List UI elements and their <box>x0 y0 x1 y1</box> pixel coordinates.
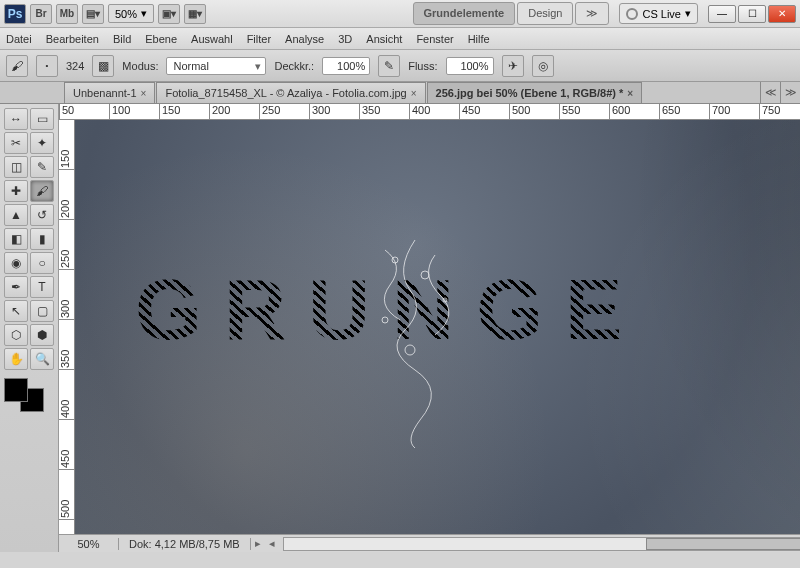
menu-analyse[interactable]: Analyse <box>285 33 324 45</box>
ruler-horizontal[interactable]: 5010015020025030035040045050055060065070… <box>59 104 800 120</box>
arrange-icon[interactable]: ▦▾ <box>184 4 206 24</box>
tool-preset-icon[interactable]: 🖌 <box>6 55 28 77</box>
maximize-button[interactable]: ☐ <box>738 5 766 23</box>
status-zoom[interactable]: 50% <box>59 538 119 550</box>
close-button[interactable]: ✕ <box>768 5 796 23</box>
menu-bearbeiten[interactable]: Bearbeiten <box>46 33 99 45</box>
3d-tool[interactable]: ⬡ <box>4 324 28 346</box>
zoom-dropdown[interactable]: 50%▾ <box>108 4 154 23</box>
modus-label: Modus: <box>122 60 158 72</box>
menu-hilfe[interactable]: Hilfe <box>468 33 490 45</box>
pressure-opacity-icon[interactable]: ✎ <box>378 55 400 77</box>
doc-tab-2[interactable]: 256.jpg bei 50% (Ebene 1, RGB/8#) *× <box>427 82 643 103</box>
pen-tool[interactable]: ✒ <box>4 276 28 298</box>
close-icon[interactable]: × <box>141 88 147 99</box>
tab-prev[interactable]: ≪ <box>760 82 780 103</box>
color-swatch[interactable] <box>4 378 44 412</box>
scrollbar-horizontal[interactable] <box>283 537 800 551</box>
cslive-button[interactable]: CS Live▾ <box>619 3 698 24</box>
menu-ansicht[interactable]: Ansicht <box>366 33 402 45</box>
menu-auswahl[interactable]: Auswahl <box>191 33 233 45</box>
3d-cam-tool[interactable]: ⬢ <box>30 324 54 346</box>
window-buttons: — ☐ ✕ <box>708 5 796 23</box>
brush-splatter <box>325 230 505 450</box>
minimize-button[interactable]: — <box>708 5 736 23</box>
bridge-button[interactable]: Br <box>30 4 52 24</box>
brush-tool[interactable]: 🖌 <box>30 180 54 202</box>
options-bar: 🖌 • 324 ▩ Modus: Normal Deckkr.: 100% ✎ … <box>0 50 800 82</box>
dodge-tool[interactable]: ○ <box>30 252 54 274</box>
scrollbar-thumb[interactable] <box>646 538 800 550</box>
titlebar: Ps Br Mb ▤▾ 50%▾ ▣▾ ▦▾ Grundelemente Des… <box>0 0 800 28</box>
crop-tool[interactable]: ◫ <box>4 156 28 178</box>
canvas[interactable]: GRUNGE <box>75 120 800 534</box>
svg-point-4 <box>382 317 388 323</box>
doc-tab-0[interactable]: Unbenannt-1× <box>64 82 155 103</box>
menubar: Datei Bearbeiten Bild Ebene Auswahl Filt… <box>0 28 800 50</box>
deckkr-label: Deckkr.: <box>274 60 314 72</box>
tab-nav: ≪ ≫ <box>760 82 800 103</box>
eraser-tool[interactable]: ◧ <box>4 228 28 250</box>
workspace-tab-grundelemente[interactable]: Grundelemente <box>413 2 516 25</box>
status-dok[interactable]: Dok: 4,12 MB/8,75 MB <box>119 538 251 550</box>
tools-panel: ↔▭ ✂✦ ◫✎ ✚🖌 ▲↺ ◧▮ ◉○ ✒T ↖▢ ⬡⬢ ✋🔍 <box>0 104 59 552</box>
wand-tool[interactable]: ✦ <box>30 132 54 154</box>
move-tool[interactable]: ↔ <box>4 108 28 130</box>
fluss-input[interactable]: 100% <box>446 57 494 75</box>
brush-preset-icon[interactable]: • <box>36 55 58 77</box>
app-logo[interactable]: Ps <box>4 4 26 24</box>
close-icon[interactable]: × <box>627 88 633 99</box>
modus-select[interactable]: Normal <box>166 57 266 75</box>
menu-ebene[interactable]: Ebene <box>145 33 177 45</box>
airbrush-icon[interactable]: ✈ <box>502 55 524 77</box>
doc-tab-1[interactable]: Fotolia_8715458_XL - © Azaliya - Fotolia… <box>156 82 425 103</box>
close-icon[interactable]: × <box>411 88 417 99</box>
fluss-label: Fluss: <box>408 60 437 72</box>
gradient-tool[interactable]: ▮ <box>30 228 54 250</box>
tab-next[interactable]: ≫ <box>780 82 800 103</box>
heal-tool[interactable]: ✚ <box>4 180 28 202</box>
svg-point-1 <box>421 271 429 279</box>
scroll-left-icon[interactable]: ◂ <box>265 537 279 550</box>
minibridge-button[interactable]: Mb <box>56 4 78 24</box>
status-arrow-icon[interactable]: ▸ <box>251 537 265 550</box>
workspace-tabs: Grundelemente Design ≫ <box>413 2 610 25</box>
menu-3d[interactable]: 3D <box>338 33 352 45</box>
svg-point-2 <box>405 345 415 355</box>
workspace-more[interactable]: ≫ <box>575 2 609 25</box>
menu-fenster[interactable]: Fenster <box>416 33 453 45</box>
canvas-area: 5010015020025030035040045050055060065070… <box>59 104 800 552</box>
pressure-size-icon[interactable]: ◎ <box>532 55 554 77</box>
lasso-tool[interactable]: ✂ <box>4 132 28 154</box>
path-tool[interactable]: ↖ <box>4 300 28 322</box>
shape-tool[interactable]: ▢ <box>30 300 54 322</box>
stamp-tool[interactable]: ▲ <box>4 204 28 226</box>
zoom-tool[interactable]: 🔍 <box>30 348 54 370</box>
brush-panel-icon[interactable]: ▩ <box>92 55 114 77</box>
deckkr-input[interactable]: 100% <box>322 57 370 75</box>
main-area: ↔▭ ✂✦ ◫✎ ✚🖌 ▲↺ ◧▮ ◉○ ✒T ↖▢ ⬡⬢ ✋🔍 5010015… <box>0 104 800 552</box>
status-bar: 50% Dok: 4,12 MB/8,75 MB ▸ ◂ ▸ <box>59 534 800 552</box>
menu-filter[interactable]: Filter <box>247 33 271 45</box>
brush-size-label: 324 <box>66 60 84 72</box>
menu-bild[interactable]: Bild <box>113 33 131 45</box>
eyedropper-tool[interactable]: ✎ <box>30 156 54 178</box>
screen-mode-icon[interactable]: ▣▾ <box>158 4 180 24</box>
ruler-vertical[interactable]: 1502002503003504004505005506006507007508… <box>59 120 75 534</box>
menu-datei[interactable]: Datei <box>6 33 32 45</box>
blur-tool[interactable]: ◉ <box>4 252 28 274</box>
document-tabs: Unbenannt-1× Fotolia_8715458_XL - © Azal… <box>0 82 800 104</box>
layout-icon[interactable]: ▤▾ <box>82 4 104 24</box>
type-tool[interactable]: T <box>30 276 54 298</box>
cslive-icon <box>626 8 638 20</box>
hand-tool[interactable]: ✋ <box>4 348 28 370</box>
history-brush-tool[interactable]: ↺ <box>30 204 54 226</box>
workspace-tab-design[interactable]: Design <box>517 2 573 25</box>
marquee-tool[interactable]: ▭ <box>30 108 54 130</box>
